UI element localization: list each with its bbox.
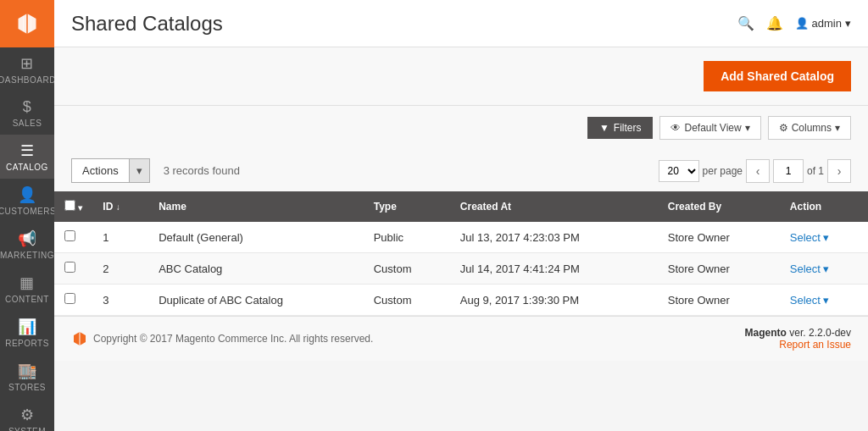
sidebar-item-customers[interactable]: 👤 Customers [0, 179, 54, 223]
eye-icon: 👁 [670, 122, 681, 134]
table-row: 3 Duplicate of ABC Catalog Custom Aug 9,… [54, 285, 868, 316]
actions-caret-button[interactable]: ▾ [129, 158, 150, 183]
chevron-down-icon: ▾ [823, 294, 829, 307]
select-all-checkbox[interactable] [64, 200, 75, 211]
per-page-select[interactable]: 20 30 50 [659, 160, 699, 182]
prev-page-button[interactable]: ‹ [746, 159, 770, 183]
filter-bar: ▼ Filters 👁 Default View ▾ ⚙ Columns ▾ [54, 106, 868, 150]
default-view-button[interactable]: 👁 Default View ▾ [659, 116, 760, 140]
created-at-column-header: Created At [450, 191, 658, 222]
sidebar-item-system[interactable]: ⚙ System [0, 399, 54, 431]
page-input[interactable] [773, 159, 804, 183]
search-icon[interactable]: 🔍 [737, 15, 754, 31]
row-created-at: Aug 9, 2017 1:39:30 PM [450, 285, 658, 316]
table-row: 1 Default (General) Public Jul 13, 2017 … [54, 222, 868, 253]
sidebar-item-label: Sales [13, 119, 42, 128]
sidebar-item-reports[interactable]: 📊 Reports [0, 311, 54, 355]
row-name: Default (General) [148, 222, 364, 253]
pagination: 20 30 50 per page ‹ of 1 › [659, 159, 851, 183]
row-type: Custom [364, 253, 450, 285]
row-checkbox[interactable] [64, 262, 75, 273]
columns-button[interactable]: ⚙ Columns ▾ [768, 116, 851, 140]
table-header-row: ▾ ID ↓ Name Type Created At Created By A… [54, 191, 868, 222]
actions-label: Actions [82, 164, 119, 177]
sidebar-item-label: System [8, 427, 46, 431]
row-checkbox[interactable] [64, 293, 75, 304]
sidebar-item-label: Marketing [0, 251, 54, 260]
row-action: Select ▾ [780, 285, 868, 316]
marketing-icon: 📢 [18, 229, 37, 248]
page-footer: Copyright © 2017 Magento Commerce Inc. A… [54, 316, 868, 361]
page-title: Shared Catalogs [71, 12, 223, 36]
top-action-bar: Add Shared Catalog [54, 47, 868, 106]
row-select-link[interactable]: Select ▾ [790, 294, 858, 307]
stores-icon: 🏬 [18, 362, 37, 380]
sidebar-item-label: Customers [0, 207, 54, 216]
bell-icon[interactable]: 🔔 [766, 15, 783, 31]
filters-label: Filters [614, 122, 642, 134]
sidebar-item-content[interactable]: ▦ Content [0, 267, 54, 311]
chevron-down-icon: ▾ [845, 17, 851, 30]
row-created-at: Jul 14, 2017 4:41:24 PM [450, 253, 658, 285]
table-toolbar: Actions ▾ 3 records found 20 30 50 per p… [54, 150, 868, 191]
content-icon: ▦ [19, 274, 35, 292]
sidebar-item-marketing[interactable]: 📢 Marketing [0, 223, 54, 267]
footer-version: Magento ver. 2.2.0-dev [745, 327, 851, 339]
row-select-link[interactable]: Select ▾ [790, 231, 858, 244]
id-column-header: ID ↓ [92, 191, 148, 222]
row-created-by: Store Owner [658, 253, 780, 285]
row-action: Select ▾ [780, 253, 868, 285]
row-checkbox[interactable] [64, 230, 75, 241]
row-name: Duplicate of ABC Catalog [148, 285, 364, 316]
filters-button[interactable]: ▼ Filters [587, 117, 654, 139]
sidebar-item-label: Catalog [6, 163, 48, 172]
actions-button[interactable]: Actions [71, 158, 129, 183]
chevron-down-icon: ▾ [745, 122, 750, 134]
sidebar-logo[interactable] [0, 0, 54, 47]
shared-catalogs-table: ▾ ID ↓ Name Type Created At Created By A… [54, 191, 868, 316]
next-page-button[interactable]: › [827, 159, 851, 183]
columns-label: Columns [792, 122, 832, 134]
sort-arrow-icon: ↓ [116, 202, 120, 212]
select-all-column: ▾ [54, 191, 92, 222]
admin-menu[interactable]: 👤 admin ▾ [795, 17, 851, 30]
chevron-down-icon: ▾ [78, 203, 82, 213]
chevron-down-icon: ▾ [835, 122, 840, 134]
sidebar-item-catalog[interactable]: ☰ Catalog [0, 135, 54, 179]
default-view-label: Default View [684, 122, 741, 134]
action-column-header: Action [780, 191, 868, 222]
sidebar-item-stores[interactable]: 🏬 Stores [0, 355, 54, 399]
row-checkbox-cell [54, 253, 92, 285]
catalog-icon: ☰ [20, 141, 35, 160]
table-row: 2 ABC Catalog Custom Jul 14, 2017 4:41:2… [54, 253, 868, 285]
system-icon: ⚙ [20, 406, 35, 424]
sidebar-item-label: Content [5, 295, 49, 304]
dashboard-icon: ⊞ [20, 54, 34, 73]
row-select-link[interactable]: Select ▾ [790, 262, 858, 275]
report-issue-link[interactable]: Report an Issue [779, 339, 851, 351]
user-icon: 👤 [795, 17, 809, 30]
records-count: 3 records found [164, 164, 240, 177]
sidebar: ⊞ Dashboard $ Sales ☰ Catalog 👤 Customer… [0, 0, 54, 431]
actions-dropdown-wrapper: Actions ▾ [71, 158, 150, 183]
customers-icon: 👤 [18, 185, 37, 204]
content-area: Add Shared Catalog ▼ Filters 👁 Default V… [54, 47, 868, 431]
sidebar-item-dashboard[interactable]: ⊞ Dashboard [0, 47, 54, 91]
row-id: 2 [92, 253, 148, 285]
sidebar-item-sales[interactable]: $ Sales [0, 91, 54, 135]
sidebar-item-label: Reports [5, 339, 49, 348]
name-column-header: Name [148, 191, 364, 222]
sidebar-item-label: Dashboard [0, 75, 54, 85]
chevron-down-icon: ▾ [823, 231, 829, 244]
add-shared-catalog-button[interactable]: Add Shared Catalog [704, 61, 851, 91]
type-column-header: Type [364, 191, 450, 222]
row-created-by: Store Owner [658, 285, 780, 316]
columns-icon: ⚙ [779, 122, 788, 134]
row-id: 1 [92, 222, 148, 253]
chevron-down-icon: ▾ [823, 262, 829, 275]
row-name: ABC Catalog [148, 253, 364, 285]
row-type: Custom [364, 285, 450, 316]
row-created-by: Store Owner [658, 222, 780, 253]
filter-icon: ▼ [599, 122, 609, 134]
sales-icon: $ [23, 98, 32, 116]
